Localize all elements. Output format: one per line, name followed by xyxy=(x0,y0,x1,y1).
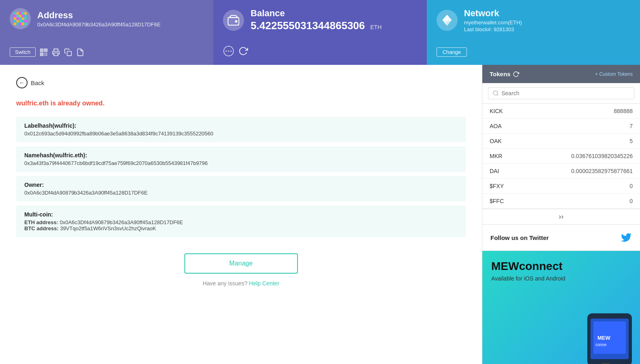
copy-icon-button[interactable] xyxy=(64,48,72,56)
svg-rect-10 xyxy=(14,17,16,20)
help-center-link[interactable]: Help Center xyxy=(249,280,279,287)
svg-rect-35 xyxy=(54,53,58,56)
mewconnect-phone-illustration: MEW conne xyxy=(571,311,640,364)
manage-button[interactable]: Manage xyxy=(184,253,298,274)
multicoin-label: Multi-coin: xyxy=(24,211,458,218)
balance-icon-circle xyxy=(223,10,244,31)
mewconnect-section: MEWconnect Available for iOS and Android… xyxy=(482,251,640,364)
back-label: Back xyxy=(31,79,44,86)
refresh-icon-button[interactable] xyxy=(238,46,248,56)
help-text-label: Have any issues? xyxy=(203,280,248,287)
left-panel: ← Back wulfric.eth is already owned. Lab… xyxy=(0,65,482,364)
svg-rect-2 xyxy=(19,12,21,15)
balance-card-top: Balance 5.422555031344865306 ETH xyxy=(223,8,417,32)
namehash-box: Namehash(wulfric.eth): 0x3a43f3a79f44406… xyxy=(16,146,466,172)
right-panel: Tokens + Custom Tokens KICK 8 xyxy=(482,65,640,364)
multicoin-btc: BTC address: 39VTqo2tf5a1W6riVSn3svUc2hz… xyxy=(24,225,458,231)
svg-rect-15 xyxy=(14,20,16,22)
svg-point-37 xyxy=(235,20,237,22)
token-name-ffc: $FFC xyxy=(490,198,504,204)
token-name-aoa: AOA xyxy=(490,123,502,129)
svg-rect-5 xyxy=(14,15,16,17)
token-name-fxy: $FXY xyxy=(490,183,504,189)
switch-button[interactable]: Switch xyxy=(10,47,36,57)
token-value-ffc: 0 xyxy=(629,198,633,204)
token-name-kick: KICK xyxy=(490,108,503,114)
tokens-title-area: Tokens xyxy=(490,71,519,77)
token-value-fxy: 0 xyxy=(629,183,633,189)
svg-rect-31 xyxy=(45,53,46,54)
svg-line-48 xyxy=(497,94,498,96)
owner-label: Owner: xyxy=(24,182,458,188)
address-card: Address 0x0A6c3Df4dA90879b3426a3A90ff45a… xyxy=(0,0,213,65)
svg-point-41 xyxy=(231,51,232,52)
mewconnect-subtitle: Available for iOS and Android xyxy=(491,275,631,282)
namehash-label: Namehash(wulfric.eth): xyxy=(24,152,458,158)
svg-rect-32 xyxy=(46,53,47,54)
refresh-icon xyxy=(238,46,248,56)
token-value-dai: 0.000023582975877661 xyxy=(571,168,633,174)
network-block: Last block#: 9281303 xyxy=(464,26,522,32)
svg-rect-28 xyxy=(45,49,47,51)
labelhash-label: Labelhash(wulfric): xyxy=(24,122,458,129)
network-info: Network myetherwallet.com(ETH) Last bloc… xyxy=(464,8,522,32)
main-layout: ← Back wulfric.eth is already owned. Lab… xyxy=(0,65,640,364)
token-expand-button[interactable]: ›› xyxy=(482,209,640,225)
tokens-header: Tokens + Custom Tokens xyxy=(482,65,640,83)
multicoin-box: Multi-coin: ETH address: 0x0A6c3Df4dA908… xyxy=(16,206,466,237)
token-row-ffc: $FFC 0 xyxy=(482,194,640,209)
address-title: Address xyxy=(37,10,161,21)
address-value: 0x0A6c3Df4dA90879b3426a3A90ff45a128D17DF… xyxy=(37,21,161,28)
print-icon-button[interactable] xyxy=(52,48,60,56)
change-network-button[interactable]: Change xyxy=(437,47,467,57)
network-card-bottom: Change xyxy=(437,47,630,57)
file-icon-button[interactable] xyxy=(76,48,84,56)
svg-rect-19 xyxy=(24,20,27,22)
mewconnect-title: MEWconnect xyxy=(491,260,631,273)
twitter-label: Follow us on Twitter xyxy=(490,234,549,241)
address-icon-circle xyxy=(10,8,31,29)
svg-rect-33 xyxy=(45,54,46,56)
svg-rect-34 xyxy=(46,54,47,56)
svg-rect-22 xyxy=(19,23,21,25)
svg-rect-8 xyxy=(21,15,24,17)
balance-card: Balance 5.422555031344865306 ETH xyxy=(213,0,426,65)
svg-rect-4 xyxy=(24,12,27,15)
network-provider: myetherwallet.com(ETH) xyxy=(464,19,522,26)
svg-rect-36 xyxy=(67,51,72,56)
svg-rect-24 xyxy=(24,23,27,25)
refresh-tokens-icon[interactable] xyxy=(513,71,519,77)
tokens-title-label: Tokens xyxy=(490,71,510,77)
svg-text:conne: conne xyxy=(595,343,607,347)
svg-rect-1 xyxy=(16,12,19,15)
svg-rect-16 xyxy=(16,20,19,22)
svg-rect-21 xyxy=(16,23,19,25)
address-pixel-icon xyxy=(14,12,27,25)
custom-tokens-link[interactable]: + Custom Tokens xyxy=(595,71,633,77)
address-card-bottom: Switch xyxy=(10,47,203,57)
header-bar: Address 0x0A6c3Df4dA90879b3426a3A90ff45a… xyxy=(0,0,640,65)
back-button[interactable]: ← Back xyxy=(16,77,44,88)
owner-value: 0x0A6c3Df4dA90879b3426a3A90ff45a128D17DF… xyxy=(24,190,458,196)
svg-rect-6 xyxy=(16,15,19,17)
svg-rect-14 xyxy=(24,17,27,20)
multicoin-eth-value: 0x0A6c3Df4dA90879b3426a3A90ff45a128D17DF… xyxy=(60,219,183,225)
network-card-top: Network myetherwallet.com(ETH) Last bloc… xyxy=(437,8,630,32)
twitter-section[interactable]: Follow us on Twitter xyxy=(482,225,640,251)
svg-rect-7 xyxy=(19,15,21,17)
labelhash-box: Labelhash(wulfric): 0x012c693ac5d94d0992… xyxy=(16,117,466,142)
qr-icon-button[interactable] xyxy=(40,48,48,56)
svg-rect-23 xyxy=(21,23,24,25)
labelhash-value: 0x012c693ac5d94d0992fba89b06ae3e5a8638a3… xyxy=(24,131,458,137)
token-list: KICK 888888 AOA 7 OAK 5 MKR 0.0367610398… xyxy=(482,104,640,209)
svg-marker-45 xyxy=(447,15,452,20)
svg-point-47 xyxy=(493,91,498,95)
search-input[interactable] xyxy=(501,90,630,96)
svg-point-40 xyxy=(228,51,229,52)
back-circle-icon: ← xyxy=(16,77,28,88)
more-icon-button[interactable] xyxy=(223,45,234,57)
token-row-aoa: AOA 7 xyxy=(482,119,640,134)
address-card-top: Address 0x0A6c3Df4dA90879b3426a3A90ff45a… xyxy=(10,8,203,29)
token-value-oak: 5 xyxy=(629,138,633,144)
balance-info: Balance 5.422555031344865306 ETH xyxy=(250,8,381,32)
